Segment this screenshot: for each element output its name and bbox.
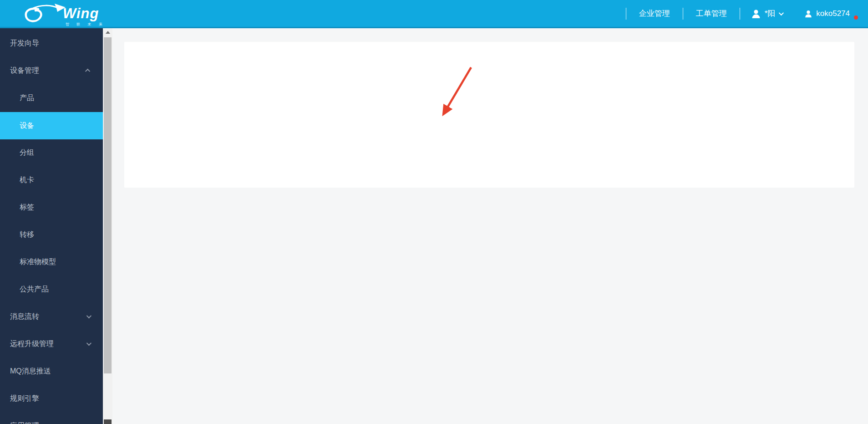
nav-enterprise-management[interactable]: 企业管理: [626, 8, 683, 19]
account-menu[interactable]: koko5274: [793, 9, 868, 18]
sidebar-item-transfer[interactable]: 转移: [0, 221, 103, 248]
sidebar-item-sim-card[interactable]: 机卡: [0, 166, 103, 194]
chevron-down-icon: [86, 341, 91, 346]
brand-name: Wing: [63, 5, 99, 22]
brand-tagline: 智 联 未 来: [66, 22, 106, 27]
sidebar-item-app-management[interactable]: 应用管理: [0, 412, 103, 424]
nav-work-order-management[interactable]: 工单管理: [683, 8, 740, 19]
sidebar-item-standard-thing-model[interactable]: 标准物模型: [0, 248, 103, 276]
sidebar-item-group[interactable]: 分组: [0, 139, 103, 166]
sidebar-item-rule-engine[interactable]: 规则引擎: [0, 385, 103, 412]
scrollbar-up-button[interactable]: [103, 28, 112, 36]
sidebar-item-public-product[interactable]: 公共产品: [0, 276, 103, 303]
scrollbar-down-button[interactable]: [104, 419, 112, 424]
account-username: koko5274: [816, 9, 850, 18]
sidebar-item-tag[interactable]: 标签: [0, 194, 103, 221]
sidebar-item-device[interactable]: 设备: [0, 112, 103, 139]
scrollbar-thumb[interactable]: [104, 37, 112, 373]
user-short-name: *阳: [765, 8, 776, 19]
sidebar-scrollbar: [103, 28, 112, 424]
enterprise-user-menu[interactable]: *阳: [740, 8, 794, 19]
brand-logo[interactable]: Wing 智 联 未 来: [23, 2, 123, 27]
sidebar-item-dev-wizard[interactable]: 开发向导: [0, 30, 103, 57]
sidebar-item-product[interactable]: 产品: [0, 84, 103, 112]
paper-plane-logo-icon: [23, 3, 68, 26]
scrollbar-up-icon: [106, 31, 110, 34]
sidebar-menu: 开发向导 设备管理 产品 设备 分组 机卡 标签 转移 标准物模型 公共产品 消…: [0, 28, 103, 424]
top-navigation: 企业管理 工单管理 *阳 koko5274: [626, 0, 868, 27]
notification-dot: [854, 15, 858, 20]
sidebar-group-remote-upgrade[interactable]: 远程升级管理: [0, 330, 103, 358]
user-icon: [804, 10, 812, 18]
device-list-panel: [124, 42, 854, 188]
chevron-down-icon: [86, 313, 91, 318]
sidebar-item-mq-message-push[interactable]: MQ消息推送: [0, 358, 103, 385]
sidebar-group-message-flow[interactable]: 消息流转: [0, 303, 103, 330]
chevron-up-icon: [85, 69, 90, 74]
sidebar-group-device-management[interactable]: 设备管理: [0, 57, 103, 84]
user-icon: [751, 9, 761, 19]
chevron-down-icon: [779, 10, 784, 15]
device-management-page: Wing 智 联 未 来 企业管理 工单管理 *阳: [0, 0, 868, 424]
app-header: Wing 智 联 未 来 企业管理 工单管理 *阳: [0, 0, 868, 28]
